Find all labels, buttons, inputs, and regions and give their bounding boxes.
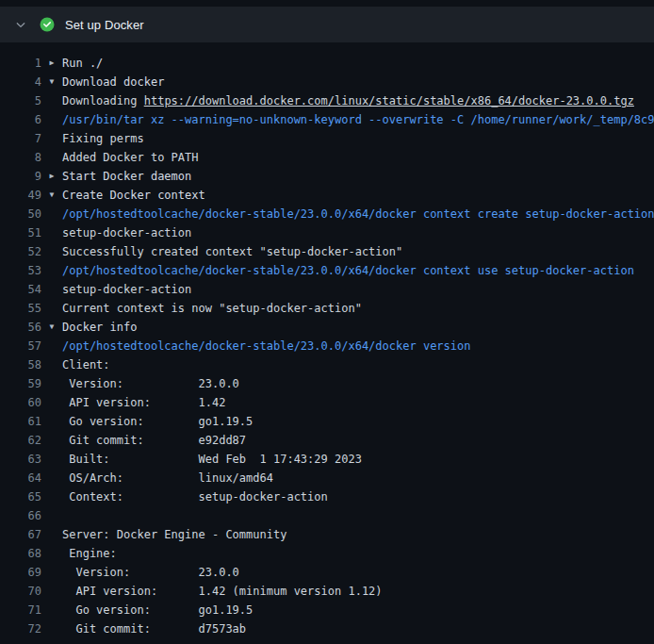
line-text: Server: Docker Engine - Community <box>62 525 286 544</box>
log-line: 55 Current context is now "setup-docker-… <box>0 299 654 318</box>
group-chevron-icon <box>41 299 62 318</box>
line-number[interactable]: 4 <box>0 73 41 91</box>
log-line: 54 setup-docker-action <box>0 280 654 299</box>
check-circle-icon <box>40 17 55 32</box>
group-chevron-icon <box>41 506 62 525</box>
line-number[interactable]: 52 <box>0 242 41 261</box>
group-chevron-icon <box>41 469 62 487</box>
group-chevron-icon <box>41 242 62 261</box>
line-number[interactable]: 7 <box>0 129 41 148</box>
log-line[interactable]: 1 ▶ Run ./ <box>0 54 654 73</box>
line-text: Context: setup-docker-action <box>62 487 328 506</box>
log-line: 69 Version: 23.0.0 <box>0 563 654 582</box>
chevron-down-icon[interactable] <box>13 17 28 32</box>
line-number[interactable]: 6 <box>0 110 41 129</box>
line-text: Downloading https://download.docker.com/… <box>62 91 634 110</box>
log-line[interactable]: 4 ▼ Download docker <box>0 73 654 91</box>
group-chevron-icon <box>41 261 62 280</box>
group-chevron-icon <box>41 525 62 544</box>
line-number[interactable]: 62 <box>0 431 41 450</box>
log-line: 57 /opt/hostedtoolcache/docker-stable/23… <box>0 337 654 355</box>
log-line: 59 Version: 23.0.0 <box>0 374 654 393</box>
line-number[interactable]: 53 <box>0 261 41 280</box>
log-line: 64 OS/Arch: linux/amd64 <box>0 469 654 487</box>
group-chevron-icon <box>41 412 62 431</box>
line-text: Fixing perms <box>62 129 144 148</box>
group-chevron-icon <box>41 374 62 393</box>
line-text: Added Docker to PATH <box>62 148 199 167</box>
line-text: /opt/hostedtoolcache/docker-stable/23.0.… <box>62 337 470 355</box>
group-chevron-icon <box>41 601 62 619</box>
group-chevron-icon[interactable]: ▶ <box>41 54 62 73</box>
group-chevron-icon <box>41 544 62 563</box>
log-line: 71 Go version: go1.19.5 <box>0 601 654 619</box>
group-chevron-icon <box>41 337 62 355</box>
line-text: API version: 1.42 (minimum version 1.12) <box>62 582 383 601</box>
group-chevron-icon <box>41 563 62 582</box>
log-line: 66 <box>0 506 654 525</box>
group-chevron-icon <box>41 223 62 242</box>
log-line: 58 Client: <box>0 355 654 374</box>
log-line: 53 /opt/hostedtoolcache/docker-stable/23… <box>0 261 654 280</box>
line-text: /usr/bin/tar xz --warning=no-unknown-key… <box>62 110 654 129</box>
log-line: 7 Fixing perms <box>0 129 654 148</box>
group-chevron-icon <box>41 129 62 148</box>
line-text: /opt/hostedtoolcache/docker-stable/23.0.… <box>62 205 654 223</box>
group-chevron-icon <box>41 355 62 374</box>
line-text: Built: Wed Feb 1 17:43:29 2023 <box>62 450 362 469</box>
log-line: 50 /opt/hostedtoolcache/docker-stable/23… <box>0 205 654 223</box>
line-number[interactable]: 61 <box>0 412 41 431</box>
group-chevron-icon[interactable]: ▼ <box>41 318 62 337</box>
line-text: Current context is now "setup-docker-act… <box>62 299 362 318</box>
log-line[interactable]: 56 ▼ Docker info <box>0 318 654 337</box>
line-number[interactable]: 63 <box>0 450 41 469</box>
line-text: Successfully created context "setup-dock… <box>62 242 402 261</box>
log-line[interactable]: 49 ▼ Create Docker context <box>0 186 654 205</box>
line-text: API version: 1.42 <box>62 393 225 412</box>
line-number[interactable]: 68 <box>0 544 41 563</box>
line-number[interactable]: 59 <box>0 374 41 393</box>
line-number[interactable]: 64 <box>0 469 41 487</box>
step-header-setup-docker[interactable]: Set up Docker <box>0 7 654 42</box>
line-number[interactable]: 5 <box>0 91 41 110</box>
log-lines: 1 ▶ Run ./ 4 ▼ Download docker 5 Downloa… <box>0 42 654 638</box>
log-line: 52 Successfully created context "setup-d… <box>0 242 654 261</box>
line-text: Version: 23.0.0 <box>62 374 239 393</box>
line-number[interactable]: 71 <box>0 601 41 619</box>
line-number[interactable]: 56 <box>0 318 41 337</box>
log-url-link[interactable]: https://download.docker.com/linux/static… <box>144 94 634 107</box>
group-chevron-icon[interactable]: ▼ <box>41 186 62 205</box>
line-number[interactable]: 49 <box>0 186 41 205</box>
log-line: 62 Git commit: e92dd87 <box>0 431 654 450</box>
line-number[interactable]: 9 <box>0 167 41 186</box>
line-number[interactable]: 72 <box>0 619 41 638</box>
line-number[interactable]: 58 <box>0 355 41 374</box>
log-line: 72 Git commit: d7573ab <box>0 619 654 638</box>
line-text: setup-docker-action <box>62 280 191 299</box>
log-line: 68 Engine: <box>0 544 654 563</box>
line-number[interactable]: 54 <box>0 280 41 299</box>
line-text: Create Docker context <box>62 186 205 205</box>
line-number[interactable]: 55 <box>0 299 41 318</box>
line-number[interactable]: 50 <box>0 205 41 223</box>
line-number[interactable]: 1 <box>0 54 41 73</box>
line-text: Start Docker daemon <box>62 167 191 186</box>
line-number[interactable]: 51 <box>0 223 41 242</box>
group-chevron-icon[interactable]: ▼ <box>41 73 62 91</box>
line-text: /opt/hostedtoolcache/docker-stable/23.0.… <box>62 261 634 280</box>
log-line: 63 Built: Wed Feb 1 17:43:29 2023 <box>0 450 654 469</box>
group-chevron-icon <box>41 148 62 167</box>
line-number[interactable]: 67 <box>0 525 41 544</box>
line-number[interactable]: 69 <box>0 563 41 582</box>
line-number[interactable]: 65 <box>0 487 41 506</box>
line-number[interactable]: 70 <box>0 582 41 601</box>
group-chevron-icon[interactable]: ▶ <box>41 167 62 186</box>
line-text: Go version: go1.19.5 <box>62 601 253 619</box>
line-number[interactable]: 60 <box>0 393 41 412</box>
line-number[interactable]: 8 <box>0 148 41 167</box>
group-chevron-icon <box>41 487 62 506</box>
line-number[interactable]: 66 <box>0 506 41 525</box>
log-line: 51 setup-docker-action <box>0 223 654 242</box>
line-number[interactable]: 57 <box>0 337 41 355</box>
log-line[interactable]: 9 ▶ Start Docker daemon <box>0 167 654 186</box>
